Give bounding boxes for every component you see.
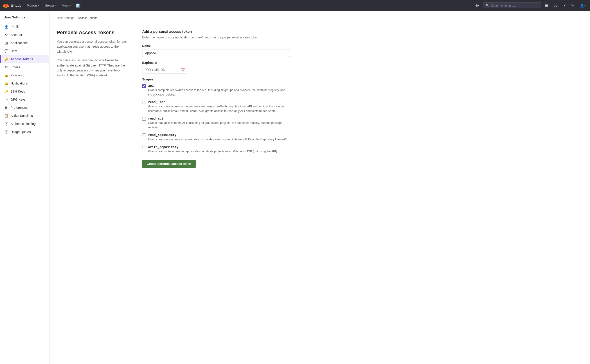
gpg-keys-icon: 🗝 (4, 98, 8, 102)
issues-button[interactable]: ✓ (561, 2, 568, 8)
sidebar: User Settings 👤 Profile ⚙ Account ◫ Appl… (0, 11, 49, 364)
sidebar-item-applications[interactable]: ◫ Applications (0, 39, 49, 47)
sidebar-item-label: Emails (11, 65, 20, 69)
ssh-keys-icon: 🔑 (4, 89, 8, 93)
sidebar-item-ssh-keys[interactable]: 🔑 SSH Keys (0, 87, 49, 96)
sidebar-item-label: GPG Keys (11, 98, 26, 101)
sidebar-item-usage-quotas[interactable]: 🕐 Usage Quotas (0, 128, 49, 136)
help-button[interactable]: ?▾ (570, 2, 576, 8)
sidebar-item-label: SSH Keys (11, 90, 25, 93)
active-sessions-icon: 📋 (4, 114, 8, 118)
sidebar-item-label: Account (11, 33, 22, 37)
password-icon: 🔒 (4, 73, 8, 77)
scope-read-api-content: read_api Grants read access to the API, … (148, 117, 290, 130)
sidebar-item-label: Chat (11, 49, 17, 53)
todos-button[interactable]: ☰ (543, 2, 550, 8)
sidebar-item-preferences[interactable]: 🖥 Preferences (0, 104, 49, 112)
search-icon: 🔍 (485, 4, 489, 7)
breadcrumb-parent-link[interactable]: User Settings (57, 16, 74, 20)
sidebar-item-active-sessions[interactable]: 📋 Active Sessions (0, 112, 49, 120)
sidebar-item-label: Profile (11, 25, 20, 29)
scope-read-api-label: read_api (148, 117, 290, 120)
page-desc-2: You can also use personal access tokens … (57, 58, 129, 78)
page-layout: User Settings 👤 Profile ⚙ Account ◫ Appl… (0, 11, 590, 364)
scope-read-api-desc: Grants read access to the API, including… (148, 121, 290, 130)
sidebar-item-label: Notifications (11, 82, 28, 85)
sidebar-item-label: Active Sessions (11, 114, 33, 117)
name-field-group: Name (142, 44, 290, 57)
page-title: Personal Access Tokens (57, 30, 129, 35)
right-column: Add a personal access token Enter the na… (142, 30, 290, 168)
expires-input[interactable] (142, 66, 187, 73)
sidebar-item-account[interactable]: ⚙ Account (0, 31, 49, 39)
scope-write-repository-label: write_repository (148, 145, 278, 149)
main-content: User Settings › Access Tokens Personal A… (49, 11, 297, 364)
page-desc-1: You can generate a personal access token… (57, 39, 129, 54)
search-bar[interactable]: 🔍 (483, 2, 541, 8)
notifications-icon: 🔔 (4, 81, 8, 85)
sidebar-item-emails[interactable]: ✉ Emails (0, 63, 49, 71)
scope-item-write-repository: write_repository Grants read-write acces… (142, 145, 290, 154)
sidebar-item-label: Authentication log (11, 122, 36, 126)
sidebar-item-label: Preferences (11, 106, 27, 110)
scope-read-user-label: read_user (148, 100, 290, 104)
sidebar-item-authentication-log[interactable]: 🕐 Authentication log (0, 120, 49, 128)
sidebar-item-profile[interactable]: 👤 Profile (0, 23, 49, 31)
gitlab-logo[interactable]: GitLab (3, 2, 22, 8)
usage-quotas-icon: 🕐 (4, 130, 8, 134)
sidebar-item-access-tokens[interactable]: 🔑 Access Tokens (0, 55, 49, 63)
scope-item-read-user: read_user Grants read-only access to the… (142, 100, 290, 113)
groups-chevron-icon: ▾ (55, 4, 56, 7)
sidebar-item-password[interactable]: 🔒 Password (0, 71, 49, 79)
access-tokens-icon: 🔑 (4, 57, 8, 61)
more-chevron-icon: ▾ (69, 4, 71, 7)
projects-chevron-icon: ▾ (38, 4, 39, 7)
top-navigation: GitLab Projects ▾ Groups ▾ More ▾ 📊 ⊕▾ 🔍… (0, 0, 590, 11)
projects-menu[interactable]: Projects ▾ (25, 3, 41, 8)
scope-item-read-api: read_api Grants read access to the API, … (142, 117, 290, 130)
breadcrumb-separator: › (76, 16, 76, 20)
scope-read-repository-desc: Grants read-only access to repositories … (148, 137, 288, 142)
sidebar-item-chat[interactable]: 💬 Chat (0, 47, 49, 55)
new-item-button[interactable]: ⊕▾ (473, 2, 481, 8)
scope-read-user-checkbox[interactable] (142, 101, 146, 104)
date-input-wrap: 📅 (142, 66, 187, 73)
scope-write-repository-checkbox[interactable] (142, 146, 146, 149)
scope-api-desc: Grants complete read/write access to the… (148, 88, 290, 97)
sidebar-item-label: Usage Quotas (11, 130, 31, 134)
sidebar-title: User Settings (0, 15, 49, 23)
scope-api-label: api (148, 84, 290, 87)
authentication-log-icon: 🕐 (4, 122, 8, 126)
search-input[interactable] (491, 4, 539, 7)
scope-api-content: api Grants complete read/write access to… (148, 84, 290, 97)
sidebar-item-gpg-keys[interactable]: 🗝 GPG Keys (0, 96, 49, 104)
breadcrumb: User Settings › Access Tokens (57, 16, 290, 20)
page-columns: Personal Access Tokens You can generate … (57, 30, 290, 168)
name-input[interactable] (142, 49, 290, 57)
scope-read-repository-content: read_repository Grants read-only access … (148, 133, 288, 142)
activity-chart-button[interactable]: 📊 (74, 2, 82, 8)
merge-requests-button[interactable]: ⎇ (552, 2, 559, 8)
scope-item-read-repository: read_repository Grants read-only access … (142, 133, 290, 142)
scopes-group: Scopes api Grants complete read/write ac… (142, 78, 290, 153)
sidebar-item-notifications[interactable]: 🔔 Notifications (0, 79, 49, 87)
scope-item-api: api Grants complete read/write access to… (142, 84, 290, 97)
scope-read-user-content: read_user Grants read-only access to the… (148, 100, 290, 113)
form-section-title: Add a personal access token (142, 30, 290, 34)
sidebar-item-label: Access Tokens (11, 57, 33, 61)
preferences-icon: 🖥 (4, 106, 8, 110)
scope-api-checkbox[interactable] (142, 84, 146, 88)
create-token-button[interactable]: Create personal access token (142, 160, 196, 168)
sidebar-item-label: Password (11, 73, 24, 77)
applications-icon: ◫ (4, 41, 8, 45)
user-menu-button[interactable]: 👤▾ (578, 2, 587, 8)
expires-field-group: Expires at 📅 (142, 61, 290, 73)
scope-write-repository-desc: Grants read-write access to repositories… (148, 149, 278, 154)
breadcrumb-divider (57, 24, 290, 24)
scope-read-repository-label: read_repository (148, 133, 288, 136)
scope-read-repository-checkbox[interactable] (142, 133, 146, 137)
account-icon: ⚙ (4, 33, 8, 37)
more-menu[interactable]: More ▾ (60, 3, 73, 8)
groups-menu[interactable]: Groups ▾ (43, 3, 58, 8)
scope-read-api-checkbox[interactable] (142, 117, 146, 121)
